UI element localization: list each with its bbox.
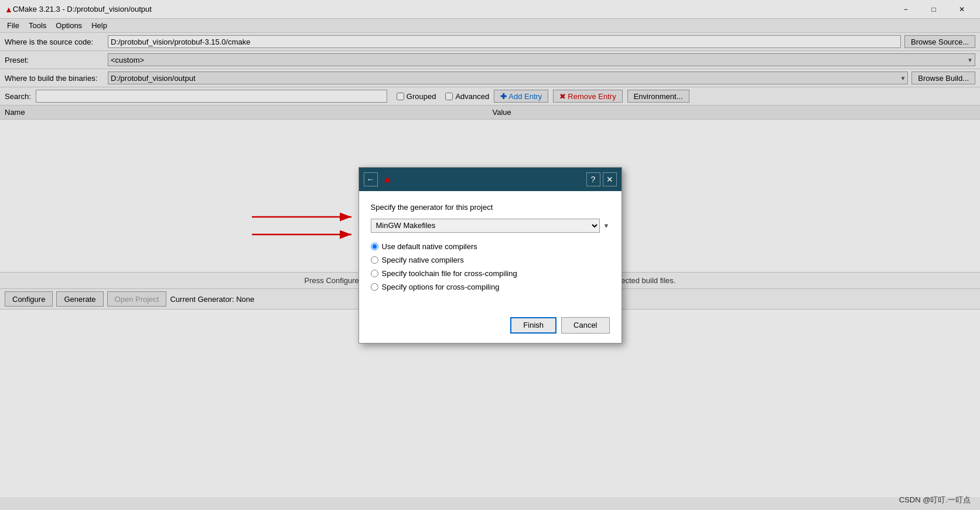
radio-cross-compile-input[interactable] — [371, 283, 378, 291]
modal-close-button[interactable]: ✕ — [603, 172, 617, 186]
finish-button[interactable]: Finish — [510, 317, 556, 334]
modal-back-button[interactable]: ← — [364, 172, 378, 186]
radio-cross-compile[interactable]: Specify options for cross-compiling — [371, 283, 610, 291]
modal-title-left: ← ▲ — [364, 172, 586, 186]
modal-title-controls: ? ✕ — [586, 172, 617, 186]
radio-specify-native[interactable]: Specify native compilers — [371, 256, 610, 264]
radio-toolchain-input[interactable] — [371, 270, 378, 277]
radio-toolchain-label: Specify toolchain file for cross-compili… — [382, 269, 517, 278]
modal-titlebar: ← ▲ ? ✕ — [359, 168, 622, 191]
radio-specify-native-label: Specify native compilers — [382, 256, 464, 264]
generator-dropdown-arrow: ▼ — [603, 222, 610, 229]
radio-default-native-input[interactable] — [371, 243, 378, 250]
radio-specify-native-input[interactable] — [371, 256, 378, 264]
cmake-logo-icon: ▲ — [383, 173, 393, 185]
radio-default-native[interactable]: Use default native compilers — [371, 242, 610, 251]
modal-help-button[interactable]: ? — [586, 172, 600, 186]
radio-cross-compile-label: Specify options for cross-compiling — [382, 283, 500, 291]
modal-dialog: ← ▲ ? ✕ Specify the generator for this p… — [358, 167, 622, 344]
generator-select-row: MinGW Makefiles Unix Makefiles Ninja Vis… — [371, 219, 610, 233]
modal-subtitle: Specify the generator for this project — [371, 203, 610, 212]
modal-body: Specify the generator for this project M… — [359, 191, 622, 312]
radio-toolchain[interactable]: Specify toolchain file for cross-compili… — [371, 269, 610, 278]
compiler-radio-group: Use default native compilers Specify nat… — [371, 242, 610, 291]
radio-default-native-label: Use default native compilers — [382, 242, 477, 251]
modal-cmake-logo: ▲ — [383, 173, 393, 185]
cancel-button[interactable]: Cancel — [561, 317, 609, 334]
modal-backdrop: ← ▲ ? ✕ Specify the generator for this p… — [0, 0, 980, 510]
generator-select[interactable]: MinGW Makefiles Unix Makefiles Ninja Vis… — [371, 219, 600, 233]
modal-footer: Finish Cancel — [359, 312, 622, 343]
